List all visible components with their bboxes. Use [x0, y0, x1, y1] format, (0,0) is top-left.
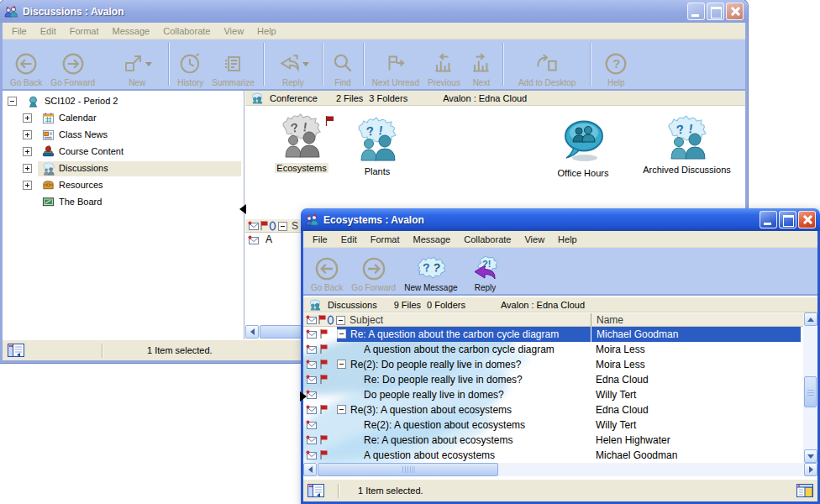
- collapse-box-icon[interactable]: [337, 329, 346, 339]
- collapse-all-icon[interactable]: [278, 222, 287, 231]
- tree-item-calendar[interactable]: Calendar: [3, 111, 244, 127]
- toolbar-new-message[interactable]: ?? New Message: [400, 248, 461, 294]
- tree-item-the-board[interactable]: The Board: [3, 195, 244, 211]
- conference-item-office-hours[interactable]: Office Hours: [531, 118, 635, 178]
- tree-item-resources[interactable]: Resources: [3, 178, 244, 194]
- toolbar-previous[interactable]: Previous: [423, 39, 465, 89]
- attachment-column-icon[interactable]: [327, 315, 334, 325]
- collapse-box-icon[interactable]: [337, 360, 346, 369]
- toolbar-find[interactable]: Find: [327, 39, 359, 89]
- split-view-icon[interactable]: [796, 484, 813, 497]
- minimize-button[interactable]: [760, 211, 777, 228]
- message-row[interactable]: Re: A question about the carbon cycle di…: [303, 327, 801, 342]
- message-author: Edna Cloud: [596, 374, 649, 386]
- toolbar-go-back[interactable]: Go Back: [307, 248, 347, 294]
- message-row[interactable]: A question about ecosystems Michael Good…: [303, 448, 801, 463]
- expand-box-icon[interactable]: [23, 147, 32, 156]
- collapse-box-icon[interactable]: [8, 97, 17, 106]
- scroll-left-button[interactable]: [303, 463, 317, 476]
- scroll-left-button[interactable]: [245, 325, 259, 339]
- message-column-icon[interactable]: [248, 221, 260, 231]
- menu-file[interactable]: File: [306, 232, 334, 247]
- message-author: Helen Highwater: [596, 434, 670, 446]
- menu-message[interactable]: Message: [407, 232, 458, 247]
- menu-format[interactable]: Format: [364, 232, 407, 247]
- message-row[interactable]: Do people really live in domes? Willy Te…: [303, 387, 801, 402]
- message-row[interactable]: A question about the carbon cycle diagra…: [303, 342, 801, 357]
- message-icon: [306, 405, 318, 415]
- menu-edit[interactable]: Edit: [334, 232, 364, 247]
- panel-toggle-icon[interactable]: [8, 344, 24, 357]
- scrollbar-thumb[interactable]: [318, 463, 498, 476]
- menu-view[interactable]: View: [217, 24, 250, 39]
- maximize-button[interactable]: [707, 3, 724, 20]
- flag-column-icon[interactable]: [260, 220, 269, 231]
- message-row[interactable]: Re(2): A question about ecosystems Willy…: [303, 417, 801, 433]
- panel-toggle-icon[interactable]: [308, 484, 324, 497]
- toolbar-new[interactable]: New: [118, 39, 156, 89]
- menu-collaborate[interactable]: Collaborate: [156, 24, 217, 39]
- menu-help[interactable]: Help: [551, 232, 584, 247]
- chevron-down-icon[interactable]: [145, 62, 152, 70]
- app-logo-icon: [4, 5, 18, 18]
- tree-item-label: Class News: [59, 129, 108, 139]
- toolbar-go-back[interactable]: Go Back: [6, 39, 46, 89]
- message-subject: Re: A question about the carbon cycle di…: [350, 328, 559, 340]
- collapse-box-icon[interactable]: [337, 405, 346, 414]
- message-row[interactable]: Re: Do people really live in domes? Edna…: [303, 372, 801, 387]
- toolbar-history[interactable]: History: [173, 39, 208, 89]
- column-header-subject-fragment[interactable]: S: [292, 220, 298, 232]
- expand-box-icon[interactable]: [23, 181, 32, 190]
- minimize-button[interactable]: [687, 3, 705, 20]
- menu-help[interactable]: Help: [250, 24, 283, 39]
- message-author: Moira Less: [596, 359, 645, 370]
- close-button[interactable]: [798, 211, 816, 228]
- toolbar-reply[interactable]: Reply: [273, 39, 313, 89]
- toolbar-add-to-desktop[interactable]: Add to Desktop: [514, 39, 580, 89]
- toolbar-go-forward[interactable]: Go Forward: [347, 248, 400, 294]
- title-bar[interactable]: Ecosystems : Avalon: [301, 208, 820, 231]
- attachment-column-icon[interactable]: [269, 221, 276, 231]
- message-list: Re: A question about the carbon cycle di…: [303, 327, 801, 463]
- chevron-down-icon[interactable]: [302, 62, 309, 70]
- column-header-name[interactable]: Name: [591, 313, 623, 326]
- expand-box-icon[interactable]: [23, 164, 32, 173]
- message-subject: Re(2): Do people really live in domes?: [350, 359, 521, 370]
- expand-box-icon[interactable]: [23, 130, 32, 139]
- scroll-down-button[interactable]: [804, 449, 817, 463]
- conference-item-archived-discussions[interactable]: ?! Archived Discussions: [628, 115, 745, 175]
- menu-view[interactable]: View: [518, 232, 551, 247]
- collapse-all-icon[interactable]: [336, 316, 345, 325]
- conference-item-plants[interactable]: ?! Plants: [327, 117, 428, 176]
- column-header-subject[interactable]: Subject: [350, 314, 383, 326]
- tree-item-discussions[interactable]: Discussions: [3, 161, 244, 177]
- menu-format[interactable]: Format: [63, 24, 106, 39]
- close-button[interactable]: [726, 3, 744, 20]
- toolbar-label: Previous: [428, 78, 460, 87]
- toolbar-next[interactable]: Next: [465, 39, 498, 89]
- scrollbar-thumb[interactable]: [804, 376, 817, 407]
- message-column-icon[interactable]: [306, 315, 318, 325]
- maximize-button[interactable]: [779, 211, 796, 228]
- toolbar-summarize[interactable]: Summarize: [208, 39, 259, 89]
- expand-box-icon[interactable]: [23, 113, 32, 123]
- toolbar-go-forward[interactable]: Go Forward: [46, 39, 99, 89]
- toolbar-reply[interactable]: ?! Reply: [465, 248, 506, 294]
- menu-collaborate[interactable]: Collaborate: [457, 232, 518, 247]
- message-row[interactable]: Re: A question about ecosystems Helen Hi…: [303, 433, 801, 448]
- conference-item-label: Office Hours: [558, 168, 609, 178]
- menu-message[interactable]: Message: [106, 24, 157, 39]
- flag-column-icon[interactable]: [318, 314, 327, 325]
- toolbar-help[interactable]: ? Help: [600, 39, 632, 89]
- menu-edit[interactable]: Edit: [34, 24, 63, 39]
- scroll-up-button[interactable]: [804, 312, 817, 326]
- menu-file[interactable]: File: [5, 24, 34, 39]
- scroll-right-button[interactable]: [804, 463, 817, 476]
- toolbar-next-unread[interactable]: Next Unread: [368, 39, 423, 89]
- tree-item-class-news[interactable]: Class News: [3, 128, 244, 144]
- message-row[interactable]: Re(3): A question about ecosystems Edna …: [303, 402, 801, 417]
- title-bar[interactable]: Discussions : Avalon: [0, 0, 748, 23]
- tree-item-course-root[interactable]: SCI102 - Period 2: [3, 94, 244, 110]
- message-row[interactable]: Re(2): Do people really live in domes? M…: [303, 357, 801, 372]
- tree-item-course-content[interactable]: Course Content: [3, 144, 244, 160]
